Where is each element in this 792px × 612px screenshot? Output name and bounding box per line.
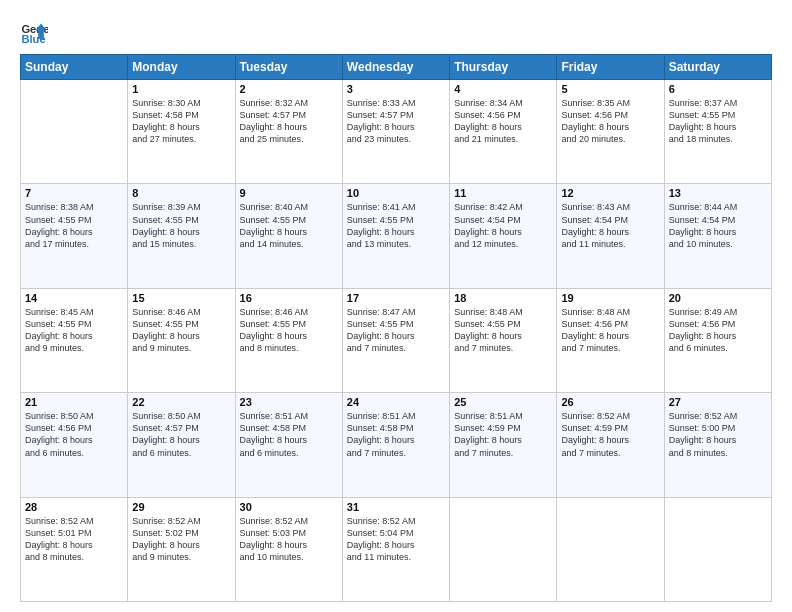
day-number: 14 — [25, 292, 123, 304]
week-row-3: 14Sunrise: 8:45 AM Sunset: 4:55 PM Dayli… — [21, 288, 772, 392]
day-info: Sunrise: 8:33 AM Sunset: 4:57 PM Dayligh… — [347, 97, 445, 146]
day-cell: 26Sunrise: 8:52 AM Sunset: 4:59 PM Dayli… — [557, 393, 664, 497]
day-info: Sunrise: 8:43 AM Sunset: 4:54 PM Dayligh… — [561, 201, 659, 250]
day-info: Sunrise: 8:38 AM Sunset: 4:55 PM Dayligh… — [25, 201, 123, 250]
day-info: Sunrise: 8:49 AM Sunset: 4:56 PM Dayligh… — [669, 306, 767, 355]
day-cell: 25Sunrise: 8:51 AM Sunset: 4:59 PM Dayli… — [450, 393, 557, 497]
day-info: Sunrise: 8:46 AM Sunset: 4:55 PM Dayligh… — [240, 306, 338, 355]
day-number: 3 — [347, 83, 445, 95]
day-number: 28 — [25, 501, 123, 513]
day-cell: 15Sunrise: 8:46 AM Sunset: 4:55 PM Dayli… — [128, 288, 235, 392]
day-cell: 29Sunrise: 8:52 AM Sunset: 5:02 PM Dayli… — [128, 497, 235, 601]
day-number: 23 — [240, 396, 338, 408]
day-number: 30 — [240, 501, 338, 513]
day-number: 4 — [454, 83, 552, 95]
day-info: Sunrise: 8:34 AM Sunset: 4:56 PM Dayligh… — [454, 97, 552, 146]
day-cell: 9Sunrise: 8:40 AM Sunset: 4:55 PM Daylig… — [235, 184, 342, 288]
day-info: Sunrise: 8:52 AM Sunset: 5:01 PM Dayligh… — [25, 515, 123, 564]
weekday-friday: Friday — [557, 55, 664, 80]
day-cell: 24Sunrise: 8:51 AM Sunset: 4:58 PM Dayli… — [342, 393, 449, 497]
weekday-saturday: Saturday — [664, 55, 771, 80]
week-row-1: 1Sunrise: 8:30 AM Sunset: 4:58 PM Daylig… — [21, 80, 772, 184]
day-number: 7 — [25, 187, 123, 199]
day-info: Sunrise: 8:50 AM Sunset: 4:56 PM Dayligh… — [25, 410, 123, 459]
day-info: Sunrise: 8:52 AM Sunset: 5:03 PM Dayligh… — [240, 515, 338, 564]
day-info: Sunrise: 8:50 AM Sunset: 4:57 PM Dayligh… — [132, 410, 230, 459]
day-number: 18 — [454, 292, 552, 304]
day-number: 29 — [132, 501, 230, 513]
day-info: Sunrise: 8:52 AM Sunset: 5:02 PM Dayligh… — [132, 515, 230, 564]
day-cell: 21Sunrise: 8:50 AM Sunset: 4:56 PM Dayli… — [21, 393, 128, 497]
day-info: Sunrise: 8:39 AM Sunset: 4:55 PM Dayligh… — [132, 201, 230, 250]
day-cell: 20Sunrise: 8:49 AM Sunset: 4:56 PM Dayli… — [664, 288, 771, 392]
day-cell — [21, 80, 128, 184]
day-info: Sunrise: 8:52 AM Sunset: 5:00 PM Dayligh… — [669, 410, 767, 459]
day-number: 31 — [347, 501, 445, 513]
day-info: Sunrise: 8:46 AM Sunset: 4:55 PM Dayligh… — [132, 306, 230, 355]
day-info: Sunrise: 8:37 AM Sunset: 4:55 PM Dayligh… — [669, 97, 767, 146]
day-cell: 5Sunrise: 8:35 AM Sunset: 4:56 PM Daylig… — [557, 80, 664, 184]
day-info: Sunrise: 8:40 AM Sunset: 4:55 PM Dayligh… — [240, 201, 338, 250]
day-number: 19 — [561, 292, 659, 304]
weekday-wednesday: Wednesday — [342, 55, 449, 80]
day-number: 8 — [132, 187, 230, 199]
day-number: 9 — [240, 187, 338, 199]
day-cell: 23Sunrise: 8:51 AM Sunset: 4:58 PM Dayli… — [235, 393, 342, 497]
day-cell: 30Sunrise: 8:52 AM Sunset: 5:03 PM Dayli… — [235, 497, 342, 601]
day-cell: 3Sunrise: 8:33 AM Sunset: 4:57 PM Daylig… — [342, 80, 449, 184]
day-cell: 4Sunrise: 8:34 AM Sunset: 4:56 PM Daylig… — [450, 80, 557, 184]
day-number: 13 — [669, 187, 767, 199]
day-cell: 1Sunrise: 8:30 AM Sunset: 4:58 PM Daylig… — [128, 80, 235, 184]
weekday-thursday: Thursday — [450, 55, 557, 80]
day-number: 20 — [669, 292, 767, 304]
week-row-2: 7Sunrise: 8:38 AM Sunset: 4:55 PM Daylig… — [21, 184, 772, 288]
day-info: Sunrise: 8:51 AM Sunset: 4:58 PM Dayligh… — [240, 410, 338, 459]
calendar: SundayMondayTuesdayWednesdayThursdayFrid… — [20, 54, 772, 602]
day-cell: 16Sunrise: 8:46 AM Sunset: 4:55 PM Dayli… — [235, 288, 342, 392]
day-number: 2 — [240, 83, 338, 95]
day-number: 22 — [132, 396, 230, 408]
week-row-4: 21Sunrise: 8:50 AM Sunset: 4:56 PM Dayli… — [21, 393, 772, 497]
day-number: 24 — [347, 396, 445, 408]
day-info: Sunrise: 8:44 AM Sunset: 4:54 PM Dayligh… — [669, 201, 767, 250]
day-cell — [450, 497, 557, 601]
day-cell: 28Sunrise: 8:52 AM Sunset: 5:01 PM Dayli… — [21, 497, 128, 601]
day-info: Sunrise: 8:32 AM Sunset: 4:57 PM Dayligh… — [240, 97, 338, 146]
day-cell: 2Sunrise: 8:32 AM Sunset: 4:57 PM Daylig… — [235, 80, 342, 184]
day-info: Sunrise: 8:51 AM Sunset: 4:58 PM Dayligh… — [347, 410, 445, 459]
day-cell: 11Sunrise: 8:42 AM Sunset: 4:54 PM Dayli… — [450, 184, 557, 288]
day-number: 25 — [454, 396, 552, 408]
day-cell: 8Sunrise: 8:39 AM Sunset: 4:55 PM Daylig… — [128, 184, 235, 288]
day-info: Sunrise: 8:48 AM Sunset: 4:55 PM Dayligh… — [454, 306, 552, 355]
day-info: Sunrise: 8:48 AM Sunset: 4:56 PM Dayligh… — [561, 306, 659, 355]
day-number: 17 — [347, 292, 445, 304]
weekday-monday: Monday — [128, 55, 235, 80]
header: General Blue — [20, 18, 772, 46]
day-info: Sunrise: 8:52 AM Sunset: 4:59 PM Dayligh… — [561, 410, 659, 459]
day-info: Sunrise: 8:30 AM Sunset: 4:58 PM Dayligh… — [132, 97, 230, 146]
day-info: Sunrise: 8:41 AM Sunset: 4:55 PM Dayligh… — [347, 201, 445, 250]
day-info: Sunrise: 8:52 AM Sunset: 5:04 PM Dayligh… — [347, 515, 445, 564]
day-number: 27 — [669, 396, 767, 408]
day-info: Sunrise: 8:51 AM Sunset: 4:59 PM Dayligh… — [454, 410, 552, 459]
day-cell: 17Sunrise: 8:47 AM Sunset: 4:55 PM Dayli… — [342, 288, 449, 392]
weekday-header-row: SundayMondayTuesdayWednesdayThursdayFrid… — [21, 55, 772, 80]
day-cell: 6Sunrise: 8:37 AM Sunset: 4:55 PM Daylig… — [664, 80, 771, 184]
week-row-5: 28Sunrise: 8:52 AM Sunset: 5:01 PM Dayli… — [21, 497, 772, 601]
day-cell: 31Sunrise: 8:52 AM Sunset: 5:04 PM Dayli… — [342, 497, 449, 601]
day-number: 21 — [25, 396, 123, 408]
day-cell: 10Sunrise: 8:41 AM Sunset: 4:55 PM Dayli… — [342, 184, 449, 288]
day-cell: 19Sunrise: 8:48 AM Sunset: 4:56 PM Dayli… — [557, 288, 664, 392]
day-number: 1 — [132, 83, 230, 95]
day-number: 12 — [561, 187, 659, 199]
day-cell — [557, 497, 664, 601]
weekday-sunday: Sunday — [21, 55, 128, 80]
day-number: 5 — [561, 83, 659, 95]
day-cell: 27Sunrise: 8:52 AM Sunset: 5:00 PM Dayli… — [664, 393, 771, 497]
day-number: 16 — [240, 292, 338, 304]
day-cell: 13Sunrise: 8:44 AM Sunset: 4:54 PM Dayli… — [664, 184, 771, 288]
logo-icon: General Blue — [20, 18, 48, 46]
day-number: 26 — [561, 396, 659, 408]
logo: General Blue — [20, 18, 52, 46]
weekday-tuesday: Tuesday — [235, 55, 342, 80]
